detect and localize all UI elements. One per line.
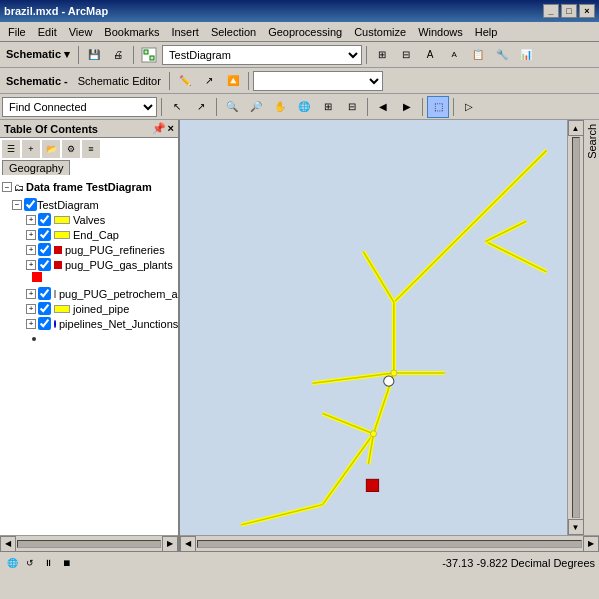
refresh-icon-btn[interactable]: ↺ <box>22 555 38 571</box>
toolbar-btn-7[interactable]: 📊 <box>515 44 537 66</box>
toc-layer-valves: + Valves <box>2 212 176 227</box>
fc-btn-pointer[interactable]: ↖ <box>166 96 188 118</box>
toc-scroll-right[interactable]: ▶ <box>162 536 178 552</box>
toc-layer-joinedpipe: + joined_pipe <box>2 301 176 316</box>
menu-windows[interactable]: Windows <box>412 24 469 40</box>
toc-btn-1[interactable]: ☰ <box>2 140 20 158</box>
toc-scroll-track[interactable] <box>17 540 161 548</box>
hscroll-right-button[interactable]: ▶ <box>583 536 599 552</box>
menu-insert[interactable]: Insert <box>165 24 205 40</box>
testdiagram-expand[interactable]: − <box>12 200 22 210</box>
hscroll-left-button[interactable]: ◀ <box>180 536 196 552</box>
vscroll-up-button[interactable]: ▲ <box>568 120 584 136</box>
geography-tab[interactable]: Geography <box>2 160 70 175</box>
toc-scroll-left[interactable]: ◀ <box>0 536 16 552</box>
gasplants-expand[interactable]: + <box>26 260 36 270</box>
find-connected-dropdown[interactable]: Find Connected <box>2 97 157 117</box>
map-area[interactable] <box>180 120 567 535</box>
menu-file[interactable]: File <box>2 24 32 40</box>
toc-btn-4[interactable]: ⚙ <box>62 140 80 158</box>
fc-btn-arrow-right[interactable]: ▷ <box>458 96 480 118</box>
editor-btn-1[interactable]: ✏️ <box>174 70 196 92</box>
dataframe-expand[interactable]: − <box>2 182 12 192</box>
valves-check[interactable] <box>38 213 51 226</box>
data-frame-item: − 🗂 Data frame TestDiagram <box>2 177 176 197</box>
endcap-label: End_Cap <box>73 229 119 241</box>
save-button[interactable]: 💾 <box>83 44 105 66</box>
toc-btn-3[interactable]: 📂 <box>42 140 60 158</box>
diagram-icon-button[interactable] <box>138 44 160 66</box>
menu-help[interactable]: Help <box>469 24 504 40</box>
minimize-button[interactable]: _ <box>543 4 559 18</box>
fc-btn-extent[interactable]: ⊞ <box>317 96 339 118</box>
valves-expand[interactable]: + <box>26 215 36 225</box>
title-bar-controls[interactable]: _ □ × <box>543 4 595 18</box>
menu-bookmarks[interactable]: Bookmarks <box>98 24 165 40</box>
toolbar-btn-2[interactable]: ⊟ <box>395 44 417 66</box>
valves-label: Valves <box>73 214 105 226</box>
menu-selection[interactable]: Selection <box>205 24 262 40</box>
joinedpipe-check[interactable] <box>38 302 51 315</box>
fc-btn-zoom-out[interactable]: 🔎 <box>245 96 267 118</box>
junctions-expand[interactable]: + <box>26 319 36 329</box>
testdiagram-check[interactable] <box>24 198 37 211</box>
petrochem-expand[interactable]: + <box>26 289 36 299</box>
toolbar-btn-3[interactable]: A <box>419 44 441 66</box>
close-button[interactable]: × <box>579 4 595 18</box>
menu-geoprocessing[interactable]: Geoprocessing <box>262 24 348 40</box>
search-sidebar[interactable]: Search <box>583 120 599 535</box>
data-frame-label: Data frame TestDiagram <box>26 179 152 195</box>
fc-btn-zoom-in[interactable]: 🔍 <box>221 96 243 118</box>
toolbar-btn-6[interactable]: 🔧 <box>491 44 513 66</box>
sep-e2 <box>248 72 249 90</box>
joinedpipe-icon <box>54 305 70 313</box>
schematic-dropdown-btn[interactable]: Schematic ▾ <box>2 48 74 61</box>
junctions-check[interactable] <box>38 317 51 330</box>
editor-btn-3[interactable]: 🔼 <box>222 70 244 92</box>
find-connected-toolbar: Find Connected ↖ ↗ 🔍 🔎 ✋ 🌐 ⊞ ⊟ ◀ ▶ ⬚ ▷ <box>0 94 599 120</box>
pause-icon-btn[interactable]: ⏸ <box>40 555 56 571</box>
fc-btn-arrow[interactable]: ↗ <box>190 96 212 118</box>
toolbar-btn-4[interactable]: A <box>443 44 465 66</box>
toolbar-btn-5[interactable]: 📋 <box>467 44 489 66</box>
globe-icon-btn[interactable]: 🌐 <box>4 555 20 571</box>
search-label[interactable]: Search <box>584 120 600 163</box>
endcap-expand[interactable]: + <box>26 230 36 240</box>
dataframe-icon: 🗂 <box>14 182 24 193</box>
fc-btn-extent2[interactable]: ⊟ <box>341 96 363 118</box>
petrochem-check[interactable] <box>38 287 51 300</box>
toc-layer-junctions: + pipelines_Net_Junctions <box>2 316 176 331</box>
fc-btn-globe[interactable]: 🌐 <box>293 96 315 118</box>
editor-btn-2[interactable]: ↗ <box>198 70 220 92</box>
fc-btn-select[interactable]: ⬚ <box>427 96 449 118</box>
refineries-icon <box>54 246 62 254</box>
vscroll-track[interactable] <box>572 137 580 518</box>
editor-dropdown[interactable] <box>253 71 383 91</box>
fc-btn-back[interactable]: ◀ <box>372 96 394 118</box>
toolbar-btn-1[interactable]: ⊞ <box>371 44 393 66</box>
toc-close-button[interactable]: × <box>168 122 174 135</box>
fc-btn-forward[interactable]: ▶ <box>396 96 418 118</box>
endcap-check[interactable] <box>38 228 51 241</box>
toc-btn-5[interactable]: ≡ <box>82 140 100 158</box>
stop-icon-btn[interactable]: ⏹ <box>58 555 74 571</box>
svg-rect-2 <box>150 56 154 60</box>
maximize-button[interactable]: □ <box>561 4 577 18</box>
fc-btn-pan[interactable]: ✋ <box>269 96 291 118</box>
vscroll-down-button[interactable]: ▼ <box>568 519 584 535</box>
refineries-expand[interactable]: + <box>26 245 36 255</box>
menu-customize[interactable]: Customize <box>348 24 412 40</box>
refineries-check[interactable] <box>38 243 51 256</box>
diagram-dropdown[interactable]: TestDiagram <box>162 45 362 65</box>
toc-btn-2[interactable]: + <box>22 140 40 158</box>
menu-edit[interactable]: Edit <box>32 24 63 40</box>
gasplants-label: pug_PUG_gas_plants <box>65 259 173 271</box>
svg-point-30 <box>391 370 397 376</box>
schematic-editor-btn[interactable]: Schematic - <box>2 75 72 87</box>
hscroll-track[interactable] <box>197 540 582 548</box>
menu-view[interactable]: View <box>63 24 99 40</box>
print-button[interactable]: 🖨 <box>107 44 129 66</box>
toc-pin-button[interactable]: 📌 <box>152 122 166 135</box>
joinedpipe-expand[interactable]: + <box>26 304 36 314</box>
gasplants-check[interactable] <box>38 258 51 271</box>
